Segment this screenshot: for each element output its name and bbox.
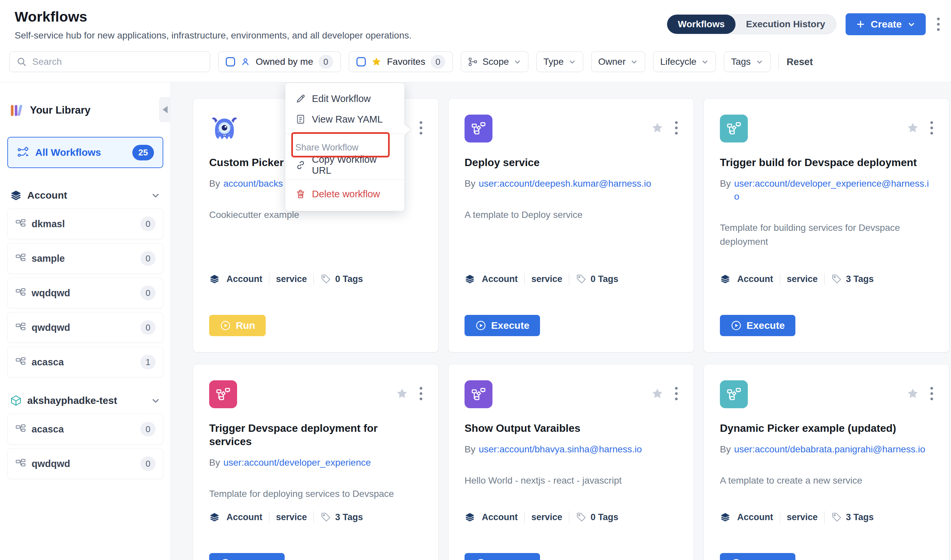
tag-icon xyxy=(321,274,331,284)
run-workflow-button[interactable]: Execute xyxy=(720,315,795,336)
chevron-down-icon xyxy=(568,58,576,66)
divider xyxy=(569,511,569,523)
reset-filters-link[interactable]: Reset xyxy=(787,57,813,68)
workflow-owner-link[interactable]: user:account/deepesh.kumar@harness.io xyxy=(479,177,678,190)
page-more-options-kebab-icon[interactable] xyxy=(935,15,942,33)
workflow-title[interactable]: Deploy service xyxy=(465,156,678,169)
favorite-star-icon[interactable] xyxy=(906,122,919,134)
sidebar-project-item[interactable]: wqdqwd 0 xyxy=(7,278,163,308)
workflow-title[interactable]: Trigger build for Devspace deployment xyxy=(720,156,933,169)
workflow-tags-count: 3 Tags xyxy=(335,512,363,523)
sidebar-project-count: 0 xyxy=(140,286,156,300)
owner-dropdown[interactable]: Owner xyxy=(591,51,645,72)
workflow-title[interactable]: Show Output Varaibles xyxy=(465,422,678,435)
tab-workflows[interactable]: Workflows xyxy=(667,15,735,34)
favorites-filter[interactable]: Favorites 0 xyxy=(349,51,453,72)
tags-label: Tags xyxy=(731,57,750,67)
workflow-icon xyxy=(17,146,29,159)
star-icon xyxy=(371,57,382,67)
run-workflow-button[interactable]: Run xyxy=(209,315,266,336)
owned-by-me-count: 0 xyxy=(318,55,333,69)
layers-icon xyxy=(720,512,730,523)
card-more-options-kebab-icon[interactable] xyxy=(928,119,935,137)
chevron-down-icon xyxy=(630,58,638,66)
scope-label: Scope xyxy=(482,57,509,67)
sidebar-item-all-workflows[interactable]: All Workflows 25 xyxy=(7,137,163,168)
card-more-options-kebab-icon[interactable] xyxy=(673,119,680,137)
card-more-options-kebab-icon[interactable] xyxy=(673,385,680,402)
action-button-label: Execute xyxy=(747,320,785,331)
workflow-owner-link[interactable]: user:account/developer_experience xyxy=(224,456,422,469)
monster-avatar-icon xyxy=(209,115,240,144)
action-button-label: Execute xyxy=(491,558,530,560)
run-workflow-button[interactable]: Execute xyxy=(465,553,540,560)
workflow-card[interactable]: Deploy service By user:account/deepesh.k… xyxy=(448,98,694,352)
lifecycle-dropdown[interactable]: Lifecycle xyxy=(653,51,716,72)
workflow-card[interactable]: Dynamic Picker example (updated) By user… xyxy=(704,364,949,560)
layers-icon xyxy=(209,512,220,523)
sidebar-group-akshayphadke-test[interactable]: akshayphadke-test xyxy=(7,395,163,406)
workflow-tags-count: 0 Tags xyxy=(335,274,363,284)
scope-dropdown[interactable]: Scope xyxy=(461,51,528,72)
sidebar-project-item[interactable]: acasca 1 xyxy=(7,347,163,377)
workflow-owner-link[interactable]: user:account/developer_experience@harnes… xyxy=(734,177,933,203)
workflow-title[interactable]: Dynamic Picker example (updated) xyxy=(720,422,933,435)
owned-by-me-filter[interactable]: Owned by me 0 xyxy=(218,51,341,72)
run-workflow-button[interactable]: Execute xyxy=(209,553,285,560)
cube-icon xyxy=(10,395,22,406)
workflow-owner-link[interactable]: user:account/bhavya.sinha@harness.io xyxy=(479,443,678,456)
sidebar-group-account[interactable]: Account xyxy=(7,189,163,201)
by-label: By xyxy=(720,443,731,456)
workflow-tags: 3 Tags xyxy=(831,274,874,284)
menu-item-copy-workflow-url[interactable]: Copy Workflow URL xyxy=(285,155,404,175)
org-tree-icon xyxy=(15,253,26,264)
workflow-title[interactable]: Trigger Devspace deployment for services xyxy=(209,422,422,448)
title-block: Workflows Self-service hub for new appli… xyxy=(15,9,412,41)
workflow-card[interactable]: Trigger Devspace deployment for services… xyxy=(193,364,438,560)
tags-dropdown[interactable]: Tags xyxy=(724,51,770,72)
layers-icon xyxy=(465,274,475,284)
chevron-down-icon xyxy=(151,190,161,200)
sidebar-project-item[interactable]: sample 0 xyxy=(7,243,163,274)
card-more-options-kebab-icon[interactable] xyxy=(418,119,424,137)
menu-item-edit-workflow[interactable]: Edit Workflow xyxy=(285,88,404,109)
run-workflow-button[interactable]: Execute xyxy=(465,315,540,336)
menu-item-delete-workflow[interactable]: Delete workflow xyxy=(285,184,404,204)
sidebar-project-item[interactable]: qwdqwd 0 xyxy=(7,448,163,479)
tab-execution-history[interactable]: Execution History xyxy=(735,15,836,34)
workflow-meta: Account service 0 Tags xyxy=(465,273,678,285)
by-label: By xyxy=(465,177,475,190)
menu-divider xyxy=(285,134,404,134)
card-more-options-kebab-icon[interactable] xyxy=(928,385,935,402)
owned-by-me-checkbox[interactable] xyxy=(226,57,235,66)
workflow-meta: Account service 0 Tags xyxy=(465,511,678,523)
card-actions xyxy=(906,119,935,137)
sidebar-project-item[interactable]: acasca 0 xyxy=(7,414,163,445)
create-button[interactable]: Create xyxy=(846,13,926,35)
run-workflow-button[interactable]: Execute xyxy=(720,553,795,560)
sidebar-collapse-button[interactable] xyxy=(159,97,171,122)
workflow-card[interactable]: Show Output Varaibles By user:account/bh… xyxy=(448,364,694,560)
workflow-owner-link[interactable]: user:account/debabrata.panigrahi@harness… xyxy=(734,443,933,456)
chevron-down-icon xyxy=(755,58,763,66)
sidebar-project-item[interactable]: qwdqwd 0 xyxy=(7,312,163,343)
search-input[interactable] xyxy=(32,57,203,67)
sidebar-group-account-items: dkmasl 0 sample 0 wqdqwd 0 xyxy=(7,209,163,377)
favorite-star-icon[interactable] xyxy=(651,122,664,134)
sidebar-group-akshayphadke-test-items: acasca 0 qwdqwd 0 xyxy=(7,414,163,479)
workflow-scope: Account xyxy=(737,512,773,523)
type-dropdown[interactable]: Type xyxy=(536,51,583,72)
workflow-card[interactable]: Trigger build for Devspace deployment By… xyxy=(704,98,949,352)
workflow-type-icon xyxy=(465,380,492,408)
card-more-options-kebab-icon[interactable] xyxy=(418,385,424,402)
favorite-star-icon[interactable] xyxy=(651,387,664,400)
favorite-star-icon[interactable] xyxy=(396,387,408,400)
favorite-star-icon[interactable] xyxy=(906,387,919,400)
menu-item-view-raw-yaml[interactable]: View Raw YAML xyxy=(285,109,404,129)
play-icon xyxy=(475,558,486,560)
library-header: Your Library xyxy=(7,103,163,118)
workflow-tags-count: 3 Tags xyxy=(846,512,874,523)
favorites-checkbox[interactable] xyxy=(357,57,366,66)
sidebar-project-item[interactable]: dkmasl 0 xyxy=(7,209,163,239)
divider xyxy=(524,273,525,285)
